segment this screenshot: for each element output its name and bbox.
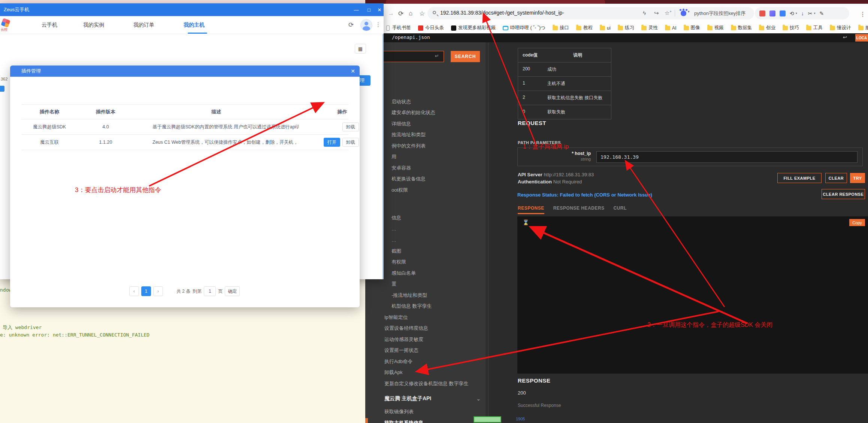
try-button[interactable]: TRY bbox=[850, 173, 865, 183]
api-sidebar-item[interactable]: 卸载Apk bbox=[365, 367, 489, 378]
history-clock-icon[interactable]: ⟲ bbox=[790, 11, 794, 16]
bookmark-item[interactable]: 数据集 bbox=[731, 25, 752, 31]
bookmark-item[interactable]: 接口 bbox=[553, 25, 569, 31]
forward-icon[interactable]: → bbox=[388, 10, 394, 17]
clear-response-button[interactable]: CLEAR RESPONSE bbox=[822, 189, 865, 199]
openapi-path-text[interactable]: /openapi.json bbox=[392, 34, 430, 40]
bookmark-item[interactable]: 今日头条 bbox=[418, 25, 444, 31]
api-sidebar-item[interactable]: oot权限 bbox=[365, 185, 489, 196]
api-sidebar-item[interactable]: 有权限 bbox=[365, 257, 489, 268]
api-sidebar-item[interactable]: 获取镜像列表 bbox=[365, 407, 489, 418]
star-plus-icon[interactable]: ☆+ bbox=[665, 10, 672, 16]
bookmark-item[interactable]: 懂设计 bbox=[830, 25, 851, 31]
clock-caret-icon[interactable]: ▾ bbox=[796, 12, 797, 15]
api-sidebar-item[interactable]: 魔云腾 主机盒子API ⌄ bbox=[365, 392, 489, 405]
zeus-menu-icon[interactable]: ⋮ bbox=[375, 21, 381, 28]
fill-example-button[interactable]: FILL EXAMPLE bbox=[777, 173, 822, 183]
bookmark-item[interactable]: 技巧 bbox=[783, 25, 799, 31]
api-sidebar-item[interactable]: 用 bbox=[365, 152, 489, 163]
api-sidebar-item[interactable]: 启动状态 bbox=[365, 96, 489, 107]
bookmark-item[interactable]: 手机书签 bbox=[385, 25, 411, 31]
browser-menu-icon[interactable]: ⋮ bbox=[860, 10, 866, 18]
browser-active-tab[interactable] bbox=[386, 0, 605, 4]
pen-icon[interactable]: ✎ bbox=[820, 11, 824, 16]
api-sidebar-item[interactable] bbox=[365, 196, 489, 213]
zeus-refresh-icon[interactable]: ⟳ bbox=[348, 21, 354, 29]
tab-my-orders[interactable]: 我的订单 bbox=[133, 16, 154, 34]
page-1-button[interactable]: 1 bbox=[141, 286, 151, 296]
api-sidebar-item[interactable]: 信息 bbox=[365, 213, 489, 224]
api-sidebar-item[interactable]: 建安卓的初始化状态 bbox=[365, 107, 489, 119]
api-sidebar-item[interactable]: 执行Adb命令 bbox=[365, 356, 489, 367]
avatar[interactable] bbox=[360, 19, 372, 31]
next-page-button[interactable]: › bbox=[153, 286, 163, 296]
bookmark-item[interactable]: ui bbox=[600, 25, 611, 31]
paw-extension-icon[interactable] bbox=[681, 10, 686, 16]
bird-extension-icon[interactable] bbox=[769, 10, 775, 16]
uninstall-button[interactable]: 卸载 bbox=[342, 122, 359, 131]
bookmark-item[interactable]: 服务器 bbox=[858, 25, 868, 31]
bookmark-star-icon[interactable]: ☆ bbox=[419, 10, 425, 18]
api-sidebar-item[interactable]: 机更换设备信息 bbox=[365, 174, 489, 185]
api-sidebar-item[interactable]: 感知白名单 bbox=[365, 268, 489, 279]
omnibox-hint-text[interactable]: python字段按照key排序 bbox=[694, 10, 745, 17]
api-sidebar-item[interactable]: 截图 bbox=[365, 246, 489, 257]
bookmark-item[interactable]: 发现更多精彩视频 bbox=[451, 25, 496, 31]
api-sidebar-item[interactable]: 运动传感器灵敏度 bbox=[365, 334, 489, 345]
zeus-title-bar[interactable]: Zeus云手机 — □ ✕ bbox=[0, 3, 384, 16]
api-sidebar-item[interactable]: … bbox=[365, 235, 489, 246]
maximize-button[interactable]: □ bbox=[364, 3, 374, 16]
translate-extension-icon[interactable] bbox=[780, 10, 786, 16]
minimize-button[interactable]: — bbox=[351, 3, 361, 16]
host-ip-input[interactable] bbox=[596, 151, 858, 163]
url-text[interactable]: 192.168.31.39:83/docs#get-/get_systeminf… bbox=[440, 10, 564, 16]
bookmark-item[interactable]: AI bbox=[665, 25, 677, 31]
api-sidebar-item[interactable]: 置 bbox=[365, 279, 489, 290]
dialog-header[interactable]: 插件管理 ✕ bbox=[10, 66, 360, 77]
local-button-fragment[interactable]: LOCA bbox=[855, 34, 868, 42]
api-sidebar-item[interactable]: 更新自定义修改设备机型信息 数字孪生 bbox=[365, 378, 489, 389]
api-sidebar-item[interactable]: 机型信息 数字孪生 bbox=[365, 301, 489, 312]
prev-page-button[interactable]: ‹ bbox=[129, 286, 139, 296]
api-sidebar-item[interactable]: 详细信息 bbox=[365, 118, 489, 130]
lightning-icon[interactable]: ϟ bbox=[643, 10, 646, 16]
bookmark-item[interactable]: 练习 bbox=[618, 25, 634, 31]
dialog-close-icon[interactable]: ✕ bbox=[351, 66, 355, 77]
api-sidebar-item[interactable]: … bbox=[365, 223, 489, 235]
return-arrow-icon[interactable]: ↩ bbox=[843, 34, 847, 40]
api-sidebar-item[interactable]: Ip智能定位 bbox=[365, 312, 489, 323]
tab-my-instances[interactable]: 我的实例 bbox=[83, 16, 104, 34]
confirm-button[interactable]: 确定 bbox=[225, 286, 240, 296]
api-sidebar-item[interactable]: -推流地址和类型 bbox=[365, 290, 489, 301]
api-sidebar-item[interactable]: 设置摇一摇状态 bbox=[365, 345, 489, 356]
bookmark-item[interactable]: 创业 bbox=[759, 25, 775, 31]
paw-caret-icon[interactable]: ▾ bbox=[688, 10, 690, 13]
api-sidebar-item[interactable]: 设置设备经纬度信息 bbox=[365, 323, 489, 334]
uninstall-button[interactable]: 卸载 bbox=[342, 138, 359, 147]
share-icon[interactable]: ↪ bbox=[654, 10, 659, 16]
bookmark-item[interactable]: 视频 bbox=[707, 25, 724, 31]
bookmark-item[interactable]: 工具 bbox=[806, 25, 823, 31]
tab-my-hosts[interactable]: 我的主机 bbox=[184, 16, 205, 34]
scissors-caret-icon[interactable]: ▾ bbox=[814, 12, 815, 15]
refresh-icon[interactable]: ⟳ bbox=[398, 10, 403, 18]
close-button[interactable]: ✕ bbox=[375, 3, 384, 16]
bookmark-item[interactable]: 教程 bbox=[576, 25, 593, 31]
tab-response[interactable]: RESPONSE bbox=[518, 206, 544, 214]
tab-cloud-phone[interactable]: 云手机 bbox=[42, 16, 57, 34]
goto-page-input[interactable] bbox=[204, 286, 216, 296]
tab-response-headers[interactable]: RESPONSE HEADERS bbox=[553, 206, 605, 214]
scissors-icon[interactable]: ✂ bbox=[808, 11, 813, 16]
api-sidebar-item[interactable]: 例中的文件列表 bbox=[365, 140, 489, 152]
download-icon[interactable]: ↓ bbox=[801, 11, 804, 16]
grid-icon[interactable]: ▦ bbox=[355, 44, 366, 54]
api-sidebar-item[interactable]: 推流地址和类型 bbox=[365, 130, 489, 141]
bookmark-item[interactable]: 图像 bbox=[684, 25, 700, 31]
pdf-extension-icon[interactable] bbox=[759, 10, 765, 16]
home-icon[interactable]: ⌂ bbox=[409, 10, 412, 17]
bookmark-item[interactable]: 哔哩哔哩 ( ˘- ˘)つ bbox=[503, 25, 545, 31]
tab-curl[interactable]: CURL bbox=[613, 206, 626, 214]
api-sidebar-item[interactable]: 获取主机系统信息 bbox=[365, 417, 489, 423]
copy-button[interactable]: Copy bbox=[849, 219, 865, 226]
bookmark-item[interactable]: 灵性 bbox=[641, 25, 658, 31]
